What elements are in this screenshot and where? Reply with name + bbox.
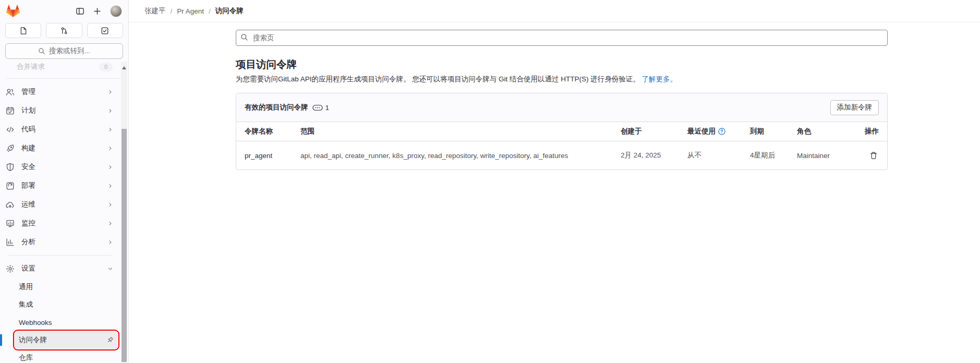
- sidebar-item-monitor[interactable]: 监控: [2, 214, 118, 233]
- gear-icon: [6, 264, 15, 273]
- sidebar-item-secure[interactable]: 安全: [2, 158, 118, 176]
- col-header-role: 角色: [797, 127, 852, 136]
- pinned-item-label: 合并请求: [17, 62, 99, 71]
- sidebar-item-integrations[interactable]: 集成: [15, 296, 118, 313]
- col-header-created: 创建于: [621, 127, 687, 136]
- sidebar-item-repository[interactable]: 仓库: [15, 349, 118, 363]
- breadcrumb-current-page[interactable]: 访问令牌: [215, 6, 244, 16]
- sidebar-item-webhooks[interactable]: Webhooks: [15, 313, 118, 331]
- calendar-icon: [6, 106, 15, 115]
- create-new-plus-icon[interactable]: [93, 7, 102, 16]
- sidebar-scrollbar[interactable]: [121, 62, 127, 363]
- sidebar-item-label: 构建: [21, 143, 100, 153]
- sidebar-item-label: 代码: [21, 125, 100, 134]
- sidebar-item-manage[interactable]: 管理: [2, 82, 118, 101]
- sidebar-item-access-tokens[interactable]: 访问令牌: [15, 331, 118, 349]
- chevron-down-icon: [107, 265, 114, 272]
- shield-icon: [6, 163, 15, 172]
- revoke-token-trash-icon[interactable]: [868, 150, 879, 161]
- rocket-icon: [6, 144, 15, 153]
- breadcrumb-group[interactable]: 张建平: [144, 6, 166, 16]
- chevron-right-icon: [107, 201, 114, 208]
- chevron-right-icon: [107, 107, 114, 114]
- sidebar-item-settings[interactable]: 设置: [2, 259, 118, 278]
- todo-shortcut-button[interactable]: [87, 23, 123, 38]
- token-expires-cell: 4星期后: [750, 151, 797, 160]
- sidebar-item-label: 计划: [21, 106, 100, 115]
- gitlab-logo[interactable]: [6, 5, 20, 18]
- panel-title: 有效的项目访问令牌: [245, 103, 308, 112]
- merge-request-count-badge: 0: [99, 63, 113, 71]
- chevron-right-icon: [107, 239, 114, 246]
- search-icon: [240, 33, 248, 43]
- code-icon: [6, 125, 15, 134]
- breadcrumb-separator: /: [209, 7, 211, 15]
- token-scopes-cell: api, read_api, create_runner, k8s_proxy,…: [300, 152, 621, 160]
- sidebar-item-code[interactable]: 代码: [2, 120, 118, 139]
- col-header-expires: 到期: [750, 127, 797, 136]
- sidebar-nav: 管理 计划: [0, 82, 128, 363]
- divider: [6, 78, 122, 79]
- token-role-cell: Maintainer: [797, 152, 852, 160]
- scrollbar-up-arrow-icon[interactable]: [122, 64, 126, 69]
- sidebar-search[interactable]: 搜索或转到...: [5, 43, 123, 59]
- main-area: 张建平 / Pr Agent / 访问令牌 项目访问令牌 为您需要访问GitLa…: [129, 0, 980, 363]
- sidebar-item-label: 集成: [19, 300, 33, 309]
- merge-requests-shortcut-button[interactable]: [46, 23, 82, 38]
- pin-icon[interactable]: [106, 336, 114, 344]
- todo-check-icon: [101, 27, 109, 35]
- cloud-gear-icon: [6, 200, 15, 209]
- sidebar-search-label: 搜索或转到...: [49, 46, 90, 56]
- users-icon: [6, 88, 15, 96]
- breadcrumb-separator: /: [171, 7, 173, 15]
- table-header-row: 令牌名称 范围 创建于 最近使用 到期: [236, 122, 887, 141]
- sidebar-item-label: Webhooks: [19, 319, 52, 326]
- sidebar-item-deploy[interactable]: 部署: [2, 176, 118, 195]
- breadcrumb: 张建平 / Pr Agent / 访问令牌: [129, 0, 980, 22]
- scrollbar-thumb[interactable]: [122, 129, 127, 362]
- sidebar-item-operate[interactable]: 运维: [2, 195, 118, 214]
- sidebar-item-label: 安全: [21, 162, 100, 172]
- chevron-right-icon: [107, 145, 114, 152]
- merge-request-icon: [60, 27, 68, 35]
- token-name-cell: pr_agent: [245, 152, 300, 160]
- col-header-last-used: 最近使用: [687, 127, 750, 136]
- sidebar-item-plan[interactable]: 计划: [2, 101, 118, 120]
- token-created-cell: 2月 24, 2025: [621, 151, 687, 160]
- table-row: pr_agent api, read_api, create_runner, k…: [236, 141, 887, 170]
- page-description: 为您需要访问GitLab API的应用程序生成项目访问令牌。 您还可以将项目访问…: [236, 74, 888, 84]
- settings-search-input[interactable]: [236, 30, 888, 46]
- sidebar-shortcuts: [5, 23, 123, 38]
- divider: [8, 255, 112, 256]
- sidebar-item-build[interactable]: 构建: [2, 139, 118, 158]
- sidebar-collapse-icon[interactable]: [76, 7, 84, 16]
- sidebar-item-label: 监控: [21, 219, 100, 228]
- add-new-token-button[interactable]: 添加新令牌: [830, 100, 879, 115]
- panel-header: 有效的项目访问令牌 1 添加新令牌: [236, 93, 887, 122]
- issues-shortcut-button[interactable]: [5, 23, 41, 38]
- sidebar-item-general[interactable]: 通用: [15, 278, 118, 296]
- help-question-icon[interactable]: [718, 128, 725, 135]
- token-count: 1: [325, 104, 330, 112]
- chevron-right-icon: [107, 183, 114, 189]
- monitor-icon: [6, 219, 15, 228]
- chevron-right-icon: [107, 220, 114, 227]
- user-avatar[interactable]: [110, 5, 122, 17]
- breadcrumb-project[interactable]: Pr Agent: [177, 7, 204, 15]
- search-icon: [38, 47, 45, 55]
- pinned-item-merge-requests[interactable]: 合并请求 0: [2, 62, 117, 75]
- col-header-token-name: 令牌名称: [245, 127, 300, 136]
- token-count-icon: [312, 104, 323, 112]
- gitlab-app: 搜索或转到... 合并请求 0 管理: [0, 0, 980, 363]
- sidebar-item-label: 运维: [21, 200, 100, 209]
- sidebar-nav-scroll: 合并请求 0 管理: [0, 62, 128, 363]
- chevron-right-icon: [107, 164, 114, 171]
- sidebar-header: [0, 0, 128, 22]
- page-content: 项目访问令牌 为您需要访问GitLab API的应用程序生成项目访问令牌。 您还…: [236, 22, 888, 170]
- page-search: [236, 30, 888, 46]
- sidebar-item-label: 管理: [21, 87, 100, 96]
- sidebar-item-analyze[interactable]: 分析: [2, 233, 118, 251]
- learn-more-link[interactable]: 了解更多。: [642, 75, 677, 83]
- sidebar: 搜索或转到... 合并请求 0 管理: [0, 0, 129, 363]
- sidebar-item-label: 访问令牌: [19, 335, 47, 345]
